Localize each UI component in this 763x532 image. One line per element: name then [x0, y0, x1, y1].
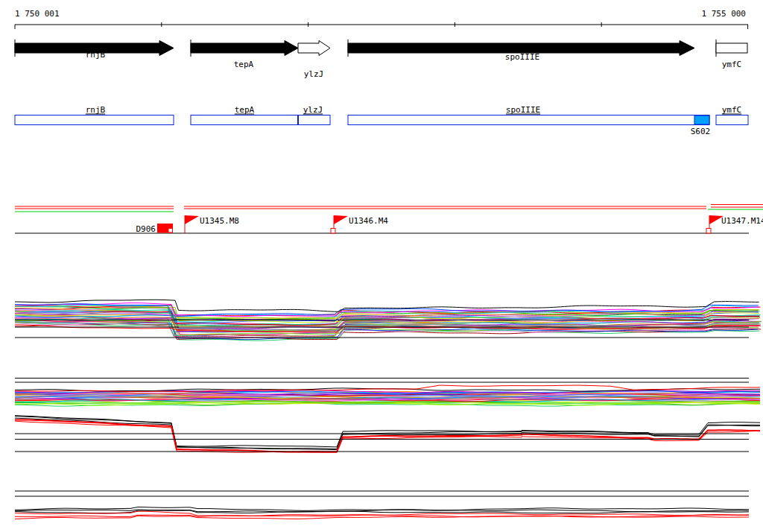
feature-box-notch: [168, 229, 173, 233]
gene-box-spoIIIE[interactable]: [348, 115, 709, 125]
expression-panel-3: [15, 416, 760, 453]
gene-box-tepA-ylzJ[interactable]: [191, 115, 330, 125]
gene-label-ymfC: ymfC: [722, 60, 742, 69]
gene-box-label-spoIIIE[interactable]: spoIIIE: [506, 105, 540, 115]
gene-box-track: rnjBtepAylzJS602spoIIIEymfC: [15, 105, 748, 136]
expression-curve: [15, 515, 749, 517]
feature-label-U1347.M14[interactable]: U1347.M14: [721, 216, 763, 226]
expression-curve: [15, 421, 760, 452]
flag-U1345.M8[interactable]: [185, 215, 199, 224]
feature-label-U1346.M4[interactable]: U1346.M4: [349, 216, 388, 226]
expression-curve: [15, 416, 760, 447]
ruler-track: [15, 22, 748, 29]
expression-panel-1: [15, 300, 762, 341]
gene-box-label-rnjB[interactable]: rnjB: [86, 105, 106, 115]
segment-S602[interactable]: [694, 115, 709, 124]
flag-base-square: [706, 229, 711, 234]
segment-label-S602: S602: [691, 127, 711, 136]
expression-curve: [15, 419, 760, 452]
gene-label-spoIIIE: spoIIIE: [505, 52, 539, 62]
feature-track: D906U1345.M8U1346.M4U1347.M14: [15, 205, 763, 235]
gene-ymfC[interactable]: [716, 43, 747, 53]
genome-browser: 1 750 001 1 755 000 rnjBtepAylzJspoIIIEy…: [0, 0, 763, 532]
gene-label-ylzJ: ylzJ: [304, 69, 324, 79]
gene-box-label-ylzJ[interactable]: ylzJ: [303, 105, 323, 115]
feature-label-U1345.M8[interactable]: U1345.M8: [200, 216, 239, 226]
gene-label-rnjB: rnjB: [86, 50, 106, 60]
flag-U1346.M4[interactable]: [334, 215, 348, 224]
expression-panel-4: [15, 491, 749, 519]
feature-label-D906[interactable]: D906: [136, 224, 156, 234]
expression-panel-2: [15, 379, 760, 407]
gene-label-tepA: tepA: [234, 60, 254, 69]
gene-box-ymfC[interactable]: [716, 115, 748, 125]
gene-box-label-tepA[interactable]: tepA: [235, 105, 255, 115]
gene-tepA[interactable]: [191, 41, 298, 56]
flag-base-square: [331, 229, 335, 234]
gene-box-label-ymfC[interactable]: ymfC: [722, 105, 742, 115]
browser-canvas: rnjBtepAylzJspoIIIEymfCrnjBtepAylzJS602s…: [0, 0, 763, 532]
gene-ylzJ[interactable]: [298, 41, 330, 56]
gene-box-rnjB[interactable]: [15, 115, 174, 125]
gene-arrow-track: rnjBtepAylzJspoIIIEymfC: [15, 39, 747, 79]
